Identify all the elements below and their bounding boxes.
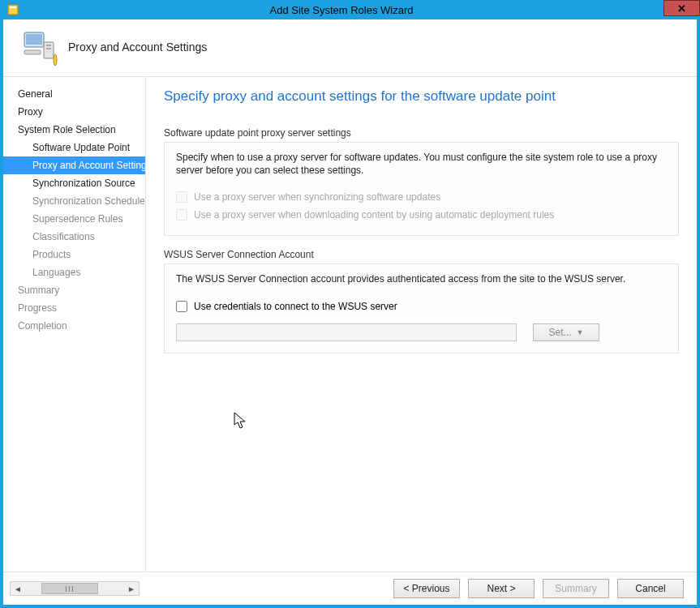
computer-icon	[19, 28, 58, 66]
sidebar-item-completion: Completion	[3, 317, 145, 335]
wsus-creds-checkbox[interactable]	[176, 301, 187, 312]
sidebar-item-software-update-point[interactable]: Software Update Point	[3, 139, 145, 156]
close-button[interactable]: ✕	[663, 0, 700, 16]
nav-buttons: < Previous Next > Summary Cancel	[393, 579, 684, 598]
svg-rect-3	[26, 34, 42, 45]
proxy-sync-label: Use a proxy server when synchronizing so…	[194, 191, 440, 203]
sidebar-item-system-role-selection[interactable]: System Role Selection	[3, 121, 145, 139]
cancel-button[interactable]: Cancel	[617, 579, 684, 598]
sidebar-item-supersedence-rules: Supersedence Rules	[3, 210, 145, 228]
proxy-download-row: Use a proxy server when downloading cont…	[176, 206, 667, 224]
proxy-download-checkbox	[176, 209, 187, 221]
svg-rect-5	[46, 45, 51, 46]
sidebar-item-languages: Languages	[3, 263, 145, 281]
wsus-group-desc: The WSUS Server Connection account provi…	[176, 272, 667, 285]
sidebar-item-synchronization-schedule: Synchronization Schedule	[3, 192, 145, 210]
wsus-creds-label: Use credentials to connect to the WSUS s…	[194, 301, 397, 312]
proxy-sync-row: Use a proxy server when synchronizing so…	[176, 188, 667, 206]
chevron-down-icon: ▼	[577, 328, 584, 336]
proxy-group-panel: Specify when to use a proxy server for s…	[164, 142, 679, 236]
sidebar-hscroll[interactable]: ◄ ׀׀׀ ►	[10, 581, 140, 596]
summary-button: Summary	[543, 579, 609, 598]
window-frame: Add Site System Roles Wizard ✕ Proxy and…	[0, 0, 700, 608]
scroll-thumb[interactable]: ׀׀׀	[41, 583, 98, 594]
wizard-body: GeneralProxySystem Role SelectionSoftwar…	[3, 77, 697, 572]
set-button: Set... ▼	[533, 323, 599, 341]
wsus-group-panel: The WSUS Server Connection account provi…	[164, 263, 679, 353]
sidebar-item-progress: Progress	[3, 299, 145, 317]
wsus-creds-row: Use credentials to connect to the WSUS s…	[176, 298, 667, 315]
wsus-creds-input-row: Set... ▼	[176, 323, 667, 341]
wizard-header: Proxy and Account Settings	[3, 19, 697, 77]
wsus-account-input	[176, 323, 517, 341]
titlebar: Add Site System Roles Wizard ✕	[0, 0, 700, 19]
wsus-group-label: WSUS Server Connection Account	[164, 249, 679, 260]
svg-rect-7	[24, 50, 41, 54]
svg-rect-1	[10, 6, 16, 8]
page-heading: Specify proxy and account settings for t…	[164, 88, 679, 105]
sidebar-item-general[interactable]: General	[3, 85, 145, 103]
proxy-sync-checkbox	[176, 191, 187, 203]
set-button-label: Set...	[549, 327, 572, 338]
sidebar-item-products: Products	[3, 246, 145, 263]
window-title: Add Site System Roles Wizard	[19, 4, 663, 16]
proxy-group-desc: Specify when to use a proxy server for s…	[176, 151, 667, 177]
sidebar-item-proxy-and-account-settings[interactable]: Proxy and Account Settings	[3, 156, 145, 174]
content-pane: Specify proxy and account settings for t…	[146, 77, 697, 572]
sidebar-item-classifications: Classifications	[3, 228, 145, 246]
wizard-app-icon	[6, 3, 19, 16]
proxy-download-label: Use a proxy server when downloading cont…	[194, 209, 554, 221]
scroll-right-icon[interactable]: ►	[124, 584, 139, 593]
svg-point-8	[54, 54, 57, 66]
scroll-track[interactable]: ׀׀׀	[25, 582, 124, 595]
previous-button[interactable]: < Previous	[393, 579, 460, 598]
sidebar-item-summary: Summary	[3, 281, 145, 299]
page-title: Proxy and Account Settings	[68, 41, 207, 54]
sidebar-item-proxy[interactable]: Proxy	[3, 103, 145, 121]
svg-rect-6	[46, 48, 51, 49]
next-button[interactable]: Next >	[468, 579, 535, 598]
close-icon: ✕	[677, 2, 686, 15]
sidebar: GeneralProxySystem Role SelectionSoftwar…	[3, 77, 146, 572]
scroll-left-icon[interactable]: ◄	[11, 584, 25, 593]
proxy-group-label: Software update point proxy server setti…	[164, 127, 679, 139]
svg-rect-0	[8, 5, 18, 15]
wizard-footer: ◄ ׀׀׀ ► < Previous Next > Summary Cancel	[3, 572, 697, 605]
sidebar-item-synchronization-source[interactable]: Synchronization Source	[3, 174, 145, 192]
